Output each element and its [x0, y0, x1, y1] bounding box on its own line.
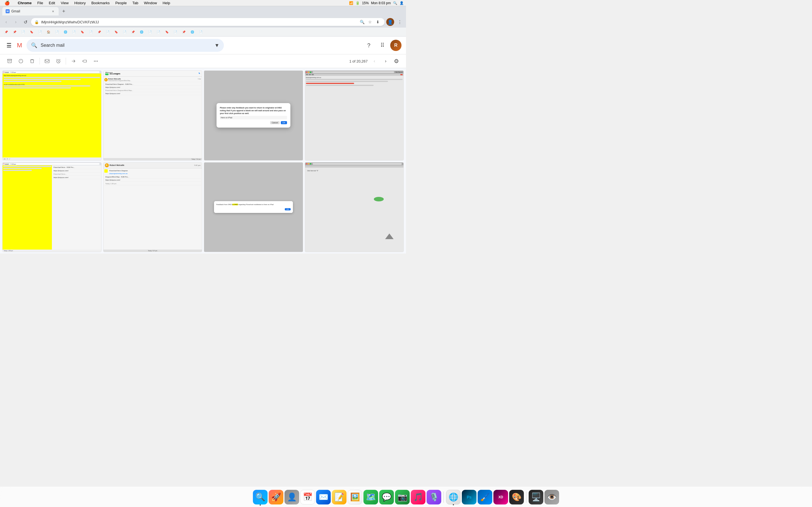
- gmail-logo: M: [17, 42, 22, 49]
- gmail-content: ☰ M 🔍 Search mail ▼ ? ⠿ R: [0, 37, 406, 253]
- svg-rect-0: [8, 59, 12, 60]
- tab-close-button[interactable]: ✕: [51, 9, 55, 13]
- search-menubar-icon[interactable]: 🔍: [393, 1, 397, 5]
- browser-window: M Gmail ✕ + ‹ › ↺ 🔒 lMjmHHgkWqnzWwhvDCVK…: [0, 6, 406, 253]
- bookmark-item[interactable]: 📄: [19, 29, 27, 36]
- gmail-search-bar[interactable]: 🔍 Search mail ▼: [27, 39, 224, 52]
- bookmark-item[interactable]: 📄: [104, 29, 112, 36]
- bookmark-item[interactable]: 📄: [70, 29, 78, 36]
- bookmark-star-icon[interactable]: ☆: [366, 18, 373, 25]
- clock: Mon 8:03 pm: [371, 1, 391, 5]
- move-button[interactable]: [68, 56, 79, 66]
- bookmark-item[interactable]: 📄: [36, 29, 44, 36]
- svg-rect-2: [45, 59, 49, 63]
- image-cell-2[interactable]: Messages ✎ R Robert Metcalfe: [103, 70, 202, 161]
- image-grid: http://www.rjmprogramming.com.au/ recall…: [2, 70, 404, 253]
- pagination-next[interactable]: ›: [381, 57, 390, 66]
- menu-people[interactable]: People: [113, 0, 129, 6]
- screenshot-label: Safari · 7:07am: [4, 71, 17, 73]
- lock-icon: 🔒: [35, 20, 39, 24]
- ok-btn[interactable]: OK: [281, 121, 287, 124]
- new-tab-button[interactable]: +: [60, 7, 68, 15]
- url-text: lMjmHHgkWqnzWwhvDCVKFzWJJ: [41, 20, 356, 24]
- image-cell-6[interactable]: R Robert Metcalfe 7:07 pm Flowchart/Venn…: [103, 162, 202, 252]
- back-button[interactable]: ‹: [2, 18, 10, 26]
- bookmark-item[interactable]: 📌: [95, 29, 103, 36]
- bookmark-item[interactable]: 🔖: [112, 29, 120, 36]
- spam-button[interactable]: [16, 56, 26, 66]
- menu-chrome[interactable]: Chrome: [15, 0, 34, 6]
- help-button[interactable]: ?: [363, 40, 374, 51]
- image-cell-3[interactable]: Please enter any feedback you want to re…: [204, 70, 303, 161]
- extensions-button[interactable]: ⋮: [396, 18, 404, 26]
- profile-button[interactable]: 👤: [386, 18, 394, 26]
- bookmark-item[interactable]: 📌: [180, 29, 188, 36]
- bookmark-item[interactable]: 🌐: [138, 29, 146, 36]
- image-cell-5[interactable]: Flowchart/Venn - RJM Pro... https://jmjs…: [2, 162, 101, 252]
- mark-unread-button[interactable]: [42, 56, 52, 66]
- svg-point-4: [94, 61, 95, 62]
- bookmark-item[interactable]: 🔖: [28, 29, 36, 36]
- bookmark-item[interactable]: 📄: [146, 29, 154, 36]
- bookmark-item[interactable]: 🌐: [188, 29, 196, 36]
- apple-menu[interactable]: 🍎: [2, 0, 12, 6]
- image-grid-area[interactable]: http://www.rjmprogramming.com.au/ recall…: [0, 68, 406, 253]
- user-avatar[interactable]: R: [390, 40, 402, 51]
- bookmark-item[interactable]: 🌐: [61, 29, 69, 36]
- user-icon[interactable]: 👤: [400, 1, 404, 5]
- bookmark-item[interactable]: 📄: [121, 29, 129, 36]
- address-bar-row: ‹ › ↺ 🔒 lMjmHHgkWqnzWwhvDCVKFzWJJ 🔍 ☆ ⬇ …: [0, 16, 406, 27]
- bookmarks-bar: 📌 📌 📄 🔖 📄 🏠 📄 🌐 📄 🔖 📄 📌 📄 🔖 📄 📌 🌐 📄 📄 🔖 …: [0, 27, 406, 37]
- filter-icon[interactable]: ▼: [214, 43, 220, 48]
- gmail-toolbar: 1 of 20,267 ‹ › ⚙: [0, 54, 406, 68]
- bookmark-item[interactable]: 📄: [87, 29, 95, 36]
- menu-tab[interactable]: Tab: [130, 0, 140, 6]
- screenshot-label: Messages: [105, 71, 114, 73]
- reload-button[interactable]: ↺: [21, 18, 29, 26]
- bookmark-item[interactable]: 🔖: [79, 29, 86, 36]
- label-button[interactable]: [80, 56, 90, 66]
- image-cell-8[interactable]: Click here too! "0": [305, 162, 404, 252]
- forward-button[interactable]: ›: [12, 18, 20, 26]
- menu-help[interactable]: Help: [160, 0, 172, 6]
- active-tab[interactable]: M Gmail ✕: [2, 7, 59, 15]
- battery-percent: 15%: [362, 1, 369, 5]
- gmail-header-actions: ? ⠿ R: [363, 40, 402, 51]
- archive-button[interactable]: [4, 56, 15, 66]
- bookmark-item[interactable]: 📄: [154, 29, 162, 36]
- menu-history[interactable]: History: [72, 0, 88, 6]
- cancel-btn[interactable]: Cancel: [270, 121, 280, 124]
- bookmark-item[interactable]: 📄: [171, 29, 179, 36]
- menu-edit[interactable]: Edit: [47, 0, 57, 6]
- toolbar-divider-2: [66, 58, 66, 64]
- menu-view[interactable]: View: [58, 0, 71, 6]
- image-cell-1[interactable]: http://www.rjmprogramming.com.au/ recall…: [2, 70, 101, 161]
- download-icon[interactable]: ⬇: [374, 18, 381, 25]
- search-address-icon[interactable]: 🔍: [359, 18, 365, 25]
- image-cell-4[interactable]: Not Secure rjmprogramming.com.au: [305, 70, 404, 161]
- snooze-button[interactable]: [53, 56, 63, 66]
- menu-window[interactable]: Window: [142, 0, 159, 6]
- menu-bar: 🍎 Chrome File Edit View History Bookmark…: [0, 0, 406, 6]
- search-input[interactable]: Search mail: [41, 43, 211, 48]
- svg-point-6: [97, 61, 98, 62]
- bookmark-item[interactable]: 🔖: [163, 29, 171, 36]
- wifi-icon: 📶: [349, 1, 353, 5]
- menu-bookmarks[interactable]: Bookmarks: [89, 0, 112, 6]
- settings-button[interactable]: ⚙: [391, 56, 402, 66]
- apps-button[interactable]: ⠿: [377, 40, 388, 51]
- address-bar-actions: 🔍 ☆ ⬇: [359, 18, 381, 25]
- hamburger-menu[interactable]: ☰: [4, 42, 13, 49]
- more-button[interactable]: [91, 56, 101, 66]
- menu-file[interactable]: File: [35, 0, 45, 6]
- bookmark-item[interactable]: 📌: [2, 29, 10, 36]
- pagination-prev[interactable]: ‹: [370, 57, 379, 66]
- address-bar[interactable]: 🔒 lMjmHHgkWqnzWwhvDCVKFzWJJ 🔍 ☆ ⬇: [31, 18, 385, 26]
- bookmark-item[interactable]: 📄: [53, 29, 61, 36]
- delete-button[interactable]: [27, 56, 37, 66]
- image-cell-7[interactable]: Feedback from 0402 to 0402 regarding Flo…: [204, 162, 303, 252]
- bookmark-item[interactable]: 🏠: [45, 29, 52, 36]
- bookmark-item[interactable]: 📌: [11, 29, 18, 36]
- bookmark-item[interactable]: 📌: [129, 29, 137, 36]
- bookmark-item[interactable]: 📄: [197, 29, 205, 36]
